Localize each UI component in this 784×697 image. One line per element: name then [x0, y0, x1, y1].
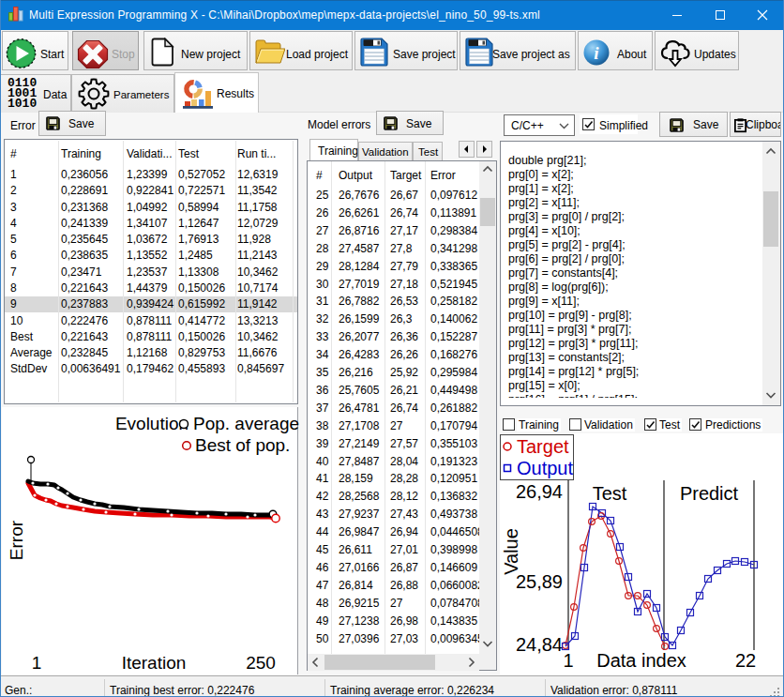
svg-text:24,84: 24,84 [516, 634, 563, 655]
svg-text:250: 250 [246, 653, 276, 673]
svg-text:Output: Output [517, 458, 573, 478]
svg-text:Test: Test [593, 483, 627, 504]
svg-text:i: i [594, 43, 599, 63]
svg-text:22: 22 [735, 650, 756, 671]
svg-text:Data index: Data index [596, 650, 686, 671]
svg-text:Value: Value [501, 528, 521, 575]
svg-text:Iteration: Iteration [122, 653, 187, 673]
svg-text:Error: Error [7, 520, 26, 560]
svg-text:Predict: Predict [680, 483, 739, 504]
svg-text:Best of pop.: Best of pop. [195, 435, 290, 455]
svg-text:1: 1 [32, 653, 42, 673]
svg-text:Target: Target [517, 436, 569, 457]
svg-text:Evolution: Evolution [115, 414, 188, 433]
svg-text:26,94: 26,94 [516, 481, 563, 502]
svg-text:25,89: 25,89 [516, 571, 563, 592]
svg-text:Pop. average: Pop. average [193, 414, 299, 433]
svg-text:1: 1 [563, 650, 573, 671]
